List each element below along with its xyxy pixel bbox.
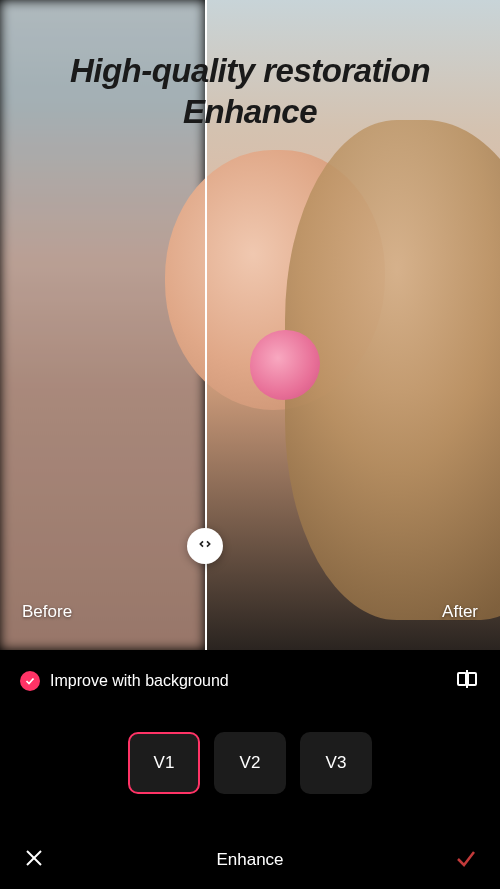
compare-icon bbox=[455, 667, 479, 695]
confirm-button[interactable] bbox=[452, 846, 480, 874]
background-toggle[interactable]: Improve with background bbox=[20, 671, 229, 691]
version-label: V2 bbox=[240, 753, 261, 773]
version-selector: V1 V2 V3 bbox=[0, 732, 500, 794]
footer-title: Enhance bbox=[216, 850, 283, 870]
preview-area: High-quality restoration Enhance Before … bbox=[0, 0, 500, 650]
page-title: High-quality restoration Enhance bbox=[0, 50, 500, 133]
compare-button[interactable] bbox=[454, 668, 480, 694]
after-label: After bbox=[442, 602, 478, 622]
close-icon bbox=[22, 846, 46, 874]
compare-slider-handle[interactable] bbox=[187, 528, 223, 564]
svg-rect-0 bbox=[458, 673, 466, 685]
before-label: Before bbox=[22, 602, 72, 622]
title-line1: High-quality restoration bbox=[70, 52, 430, 89]
controls-panel: Improve with background V1 V2 V3 bbox=[0, 650, 500, 889]
version-v3-button[interactable]: V3 bbox=[300, 732, 372, 794]
toggle-row: Improve with background bbox=[0, 650, 500, 704]
version-label: V3 bbox=[326, 753, 347, 773]
check-icon bbox=[454, 846, 478, 874]
title-line2: Enhance bbox=[183, 93, 317, 130]
toggle-label: Improve with background bbox=[50, 672, 229, 690]
svg-rect-1 bbox=[468, 673, 476, 685]
version-v1-button[interactable]: V1 bbox=[128, 732, 200, 794]
version-label: V1 bbox=[154, 753, 175, 773]
version-v2-button[interactable]: V2 bbox=[214, 732, 286, 794]
bottom-bar: Enhance bbox=[0, 831, 500, 889]
cancel-button[interactable] bbox=[20, 846, 48, 874]
horizontal-arrows-icon bbox=[197, 536, 213, 556]
check-icon bbox=[20, 671, 40, 691]
